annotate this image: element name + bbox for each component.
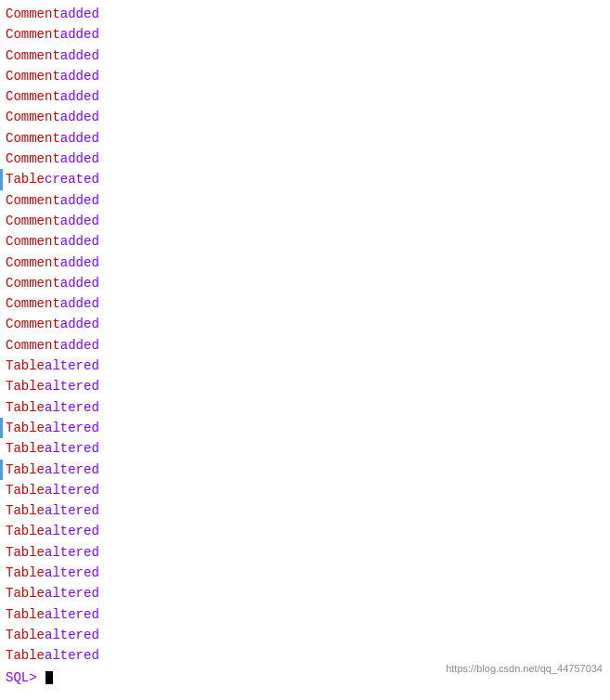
cursor: [45, 671, 53, 684]
action-added: added: [60, 87, 99, 106]
action-added: added: [60, 46, 99, 65]
terminal-line: Table altered: [0, 604, 610, 625]
terminal-line: Table altered: [0, 376, 610, 396]
terminal: Comment addedComment addedComment addedC…: [0, 0, 610, 700]
terminal-line: Comment added: [0, 335, 610, 356]
keyword-table: Table: [6, 522, 45, 540]
terminal-line: Table altered: [0, 397, 610, 418]
action-altered: altered: [45, 439, 99, 458]
terminal-line: Comment added: [0, 24, 610, 45]
terminal-line: Table altered: [0, 356, 610, 376]
terminal-line: Comment added: [0, 66, 610, 86]
keyword-table: Table: [6, 543, 45, 562]
action-added: added: [60, 274, 99, 292]
action-added: added: [60, 149, 99, 168]
keyword-comment: Comment: [6, 149, 60, 168]
terminal-line: Comment added: [0, 4, 610, 24]
action-added: added: [60, 67, 99, 85]
action-added: added: [60, 232, 99, 251]
action-altered: altered: [45, 398, 99, 417]
action-added: added: [60, 108, 99, 126]
keyword-comment: Comment: [6, 87, 60, 106]
action-altered: altered: [45, 501, 99, 520]
keyword-comment: Comment: [6, 212, 60, 230]
action-added: added: [60, 253, 99, 272]
keyword-comment: Comment: [6, 191, 60, 210]
terminal-line: Table altered: [0, 542, 610, 563]
terminal-line: Comment added: [0, 86, 610, 107]
action-altered: altered: [45, 584, 99, 603]
terminal-line: Comment added: [0, 211, 610, 231]
terminal-line: Comment added: [0, 293, 610, 314]
terminal-line: Comment added: [0, 107, 610, 127]
keyword-table: Table: [6, 460, 45, 479]
action-altered: altered: [45, 460, 99, 479]
action-added: added: [60, 129, 99, 148]
keyword-comment: Comment: [6, 108, 60, 126]
action-altered: altered: [45, 481, 99, 499]
keyword-table: Table: [6, 564, 45, 582]
action-altered: altered: [45, 377, 99, 395]
keyword-table: Table: [6, 605, 45, 624]
action-altered: altered: [45, 646, 99, 665]
action-altered: altered: [45, 419, 99, 437]
keyword-comment: Comment: [6, 253, 60, 272]
terminal-line: Comment added: [0, 128, 610, 149]
keyword-table: Table: [6, 481, 45, 499]
terminal-line: Comment added: [0, 314, 610, 334]
terminal-line: Comment added: [0, 190, 610, 211]
keyword-table: Table: [6, 377, 45, 395]
terminal-line: Comment added: [0, 149, 610, 169]
keyword-comment: Comment: [6, 232, 60, 251]
action-altered: altered: [45, 564, 99, 582]
keyword-table: Table: [6, 419, 45, 437]
keyword-table: Table: [6, 356, 45, 375]
prompt-text: SQL>: [6, 668, 45, 687]
action-added: added: [60, 5, 99, 23]
keyword-comment: Comment: [6, 129, 60, 148]
action-altered: altered: [45, 626, 99, 644]
keyword-comment: Comment: [6, 336, 60, 355]
keyword-table: Table: [6, 626, 45, 644]
action-added: added: [60, 191, 99, 210]
action-altered: altered: [45, 543, 99, 562]
terminal-line: Table altered: [0, 625, 610, 645]
keyword-comment: Comment: [6, 274, 60, 292]
action-altered: altered: [45, 356, 99, 375]
action-added: added: [60, 212, 99, 230]
terminal-line: Table altered: [0, 583, 610, 603]
terminal-line: Comment added: [0, 45, 610, 66]
action-added: added: [60, 315, 99, 333]
action-added: added: [60, 294, 99, 313]
action-altered: altered: [45, 605, 99, 624]
keyword-table: Table: [6, 170, 45, 188]
keyword-comment: Comment: [6, 5, 60, 23]
terminal-line: Table altered: [0, 438, 610, 459]
terminal-line: Table altered: [0, 563, 610, 583]
keyword-comment: Comment: [6, 315, 60, 333]
terminal-line: Table altered: [0, 418, 610, 438]
terminal-line: Table created: [0, 169, 610, 189]
terminal-line: Table altered: [0, 480, 610, 500]
keyword-table: Table: [6, 646, 45, 665]
action-added: added: [60, 25, 99, 44]
terminal-line: Comment added: [0, 231, 610, 252]
action-added: added: [60, 336, 99, 355]
keyword-comment: Comment: [6, 46, 60, 65]
terminal-line: Table altered: [0, 521, 610, 541]
keyword-table: Table: [6, 439, 45, 458]
terminal-line: Comment added: [0, 253, 610, 273]
action-altered: altered: [45, 522, 99, 540]
watermark: https://blog.csdn.net/qq_44757034: [446, 663, 603, 674]
keyword-table: Table: [6, 398, 45, 417]
keyword-comment: Comment: [6, 25, 60, 44]
action-created: created: [45, 170, 99, 188]
keyword-table: Table: [6, 584, 45, 603]
keyword-comment: Comment: [6, 67, 60, 85]
terminal-line: Comment added: [0, 273, 610, 293]
terminal-line: Table altered: [0, 500, 610, 521]
terminal-line: Table altered: [0, 460, 610, 480]
keyword-table: Table: [6, 501, 45, 520]
keyword-comment: Comment: [6, 294, 60, 313]
